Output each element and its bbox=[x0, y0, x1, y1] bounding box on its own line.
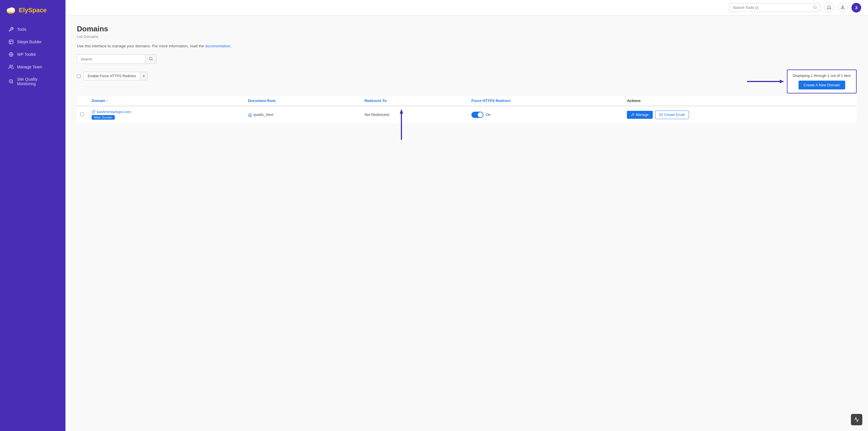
svg-line-13 bbox=[93, 111, 95, 112]
domain-search-icon bbox=[149, 57, 153, 61]
sidebar-logo[interactable]: ElySpace bbox=[0, 0, 65, 21]
svg-rect-4 bbox=[9, 40, 13, 44]
row-checkbox[interactable] bbox=[80, 113, 84, 116]
toggle-label: On bbox=[486, 113, 491, 117]
th-redirects: Redirects To bbox=[361, 96, 468, 106]
sidebar-item-sitejet[interactable]: Sitejet Builder bbox=[2, 36, 63, 48]
domain-search-button[interactable] bbox=[145, 55, 156, 63]
select-all-checkbox[interactable] bbox=[77, 74, 81, 78]
svg-point-9 bbox=[842, 6, 843, 7]
header: 3 bbox=[65, 0, 868, 16]
sidebar-item-manage-team-label: Manage Team bbox=[17, 65, 42, 69]
main-wrapper: 3 Domains List Domains Use this interfac… bbox=[65, 0, 868, 431]
page-content: Domains List Domains Use this interface … bbox=[65, 16, 868, 431]
https-redirect-dropdown[interactable]: ▾ bbox=[140, 72, 148, 80]
th-checkbox bbox=[77, 96, 88, 106]
svg-point-6 bbox=[10, 65, 11, 67]
logo-text: ElySpace bbox=[19, 6, 47, 14]
page-title: Domains bbox=[77, 25, 857, 33]
team-icon bbox=[8, 64, 14, 69]
search-bar bbox=[729, 3, 820, 12]
sidebar-item-site-quality-label: Site Quality Monitoring bbox=[17, 77, 57, 86]
manage-label: Manage bbox=[636, 113, 649, 117]
table-row: kashmirstartups.com Main Domain bbox=[77, 106, 857, 123]
sidebar-item-manage-team[interactable]: Manage Team bbox=[2, 61, 63, 73]
sidebar-item-site-quality[interactable]: Site Quality Monitoring bbox=[2, 74, 63, 89]
https-redirect-group: Enable Force HTTPS Redirect ▾ bbox=[84, 72, 148, 80]
svg-point-8 bbox=[814, 6, 816, 8]
create-email-button[interactable]: Create Email bbox=[655, 111, 689, 119]
table-top-bar: Enable Force HTTPS Redirect ▾ Displaying… bbox=[77, 69, 857, 93]
info-box-text: Displaying 1 through 1 out of 1 item bbox=[793, 74, 851, 78]
row-force-https-cell: On bbox=[468, 106, 624, 123]
sidebar-item-wptoolkit-label: WP Toolkit bbox=[17, 52, 36, 57]
create-email-label: Create Email bbox=[664, 113, 685, 117]
home-icon bbox=[248, 113, 252, 117]
th-force-https: Force HTTPS Redirect bbox=[468, 96, 624, 106]
search-icon bbox=[813, 5, 817, 9]
row-redirects-cell: Not Redirected bbox=[361, 106, 468, 123]
redirects-value: Not Redirected bbox=[364, 113, 389, 117]
page-description: Use this interface to manage your domain… bbox=[77, 44, 857, 48]
search-input[interactable] bbox=[730, 3, 810, 12]
user-icon bbox=[840, 5, 845, 10]
info-box: Displaying 1 through 1 out of 1 item Cre… bbox=[787, 69, 857, 93]
svg-point-10 bbox=[150, 57, 152, 60]
row-docroot-cell: /public_html bbox=[245, 106, 361, 123]
create-domain-button[interactable]: Create A New Domain bbox=[799, 81, 845, 89]
external-link-icon bbox=[92, 110, 95, 114]
sidebar-item-tools-label: Tools bbox=[17, 27, 27, 32]
row-domain-cell: kashmirstartups.com Main Domain bbox=[88, 106, 245, 123]
analytics-icon bbox=[854, 417, 860, 423]
main-domain-badge: Main Domain bbox=[92, 115, 115, 120]
svg-marker-12 bbox=[780, 80, 784, 83]
bulk-controls: Enable Force HTTPS Redirect ▾ bbox=[77, 69, 148, 80]
bell-icon bbox=[827, 5, 831, 10]
sidebar: ElySpace Tools Sitejet Builder WP Toolki… bbox=[0, 0, 65, 431]
search-submit-button[interactable] bbox=[810, 3, 820, 12]
domain-search-input[interactable] bbox=[77, 55, 145, 63]
th-actions: Actions bbox=[623, 96, 857, 106]
toggle-track[interactable] bbox=[471, 112, 484, 118]
th-domain: Domain ↑ bbox=[88, 96, 245, 106]
toggle-thumb bbox=[478, 112, 483, 117]
doc-root: /public_html bbox=[248, 113, 358, 117]
action-buttons: Manage Create Email bbox=[627, 111, 853, 119]
force-https-toggle: On bbox=[471, 112, 620, 118]
row-checkbox-cell bbox=[77, 106, 88, 123]
controls-row bbox=[77, 54, 857, 64]
th-doc-root: Document Root bbox=[245, 96, 361, 106]
quality-icon bbox=[8, 79, 14, 84]
manage-button[interactable]: Manage bbox=[627, 111, 652, 119]
info-area: Displaying 1 through 1 out of 1 item Cre… bbox=[747, 69, 857, 93]
sidebar-nav: Tools Sitejet Builder WP Toolkit bbox=[0, 21, 65, 92]
documentation-link[interactable]: documentation bbox=[205, 44, 230, 48]
desc-prefix: Use this interface to manage your domain… bbox=[77, 44, 205, 48]
sidebar-item-tools[interactable]: Tools bbox=[2, 23, 63, 35]
logo-icon bbox=[6, 5, 16, 16]
desc-suffix: . bbox=[230, 44, 231, 48]
sitejet-icon bbox=[8, 39, 14, 45]
notifications-button[interactable] bbox=[824, 3, 834, 12]
sidebar-item-wptoolkit[interactable]: WP Toolkit bbox=[2, 49, 63, 60]
profile-button[interactable] bbox=[838, 3, 847, 12]
domains-table: Domain ↑ Document Root Redirects To Forc… bbox=[77, 96, 857, 123]
svg-marker-15 bbox=[400, 109, 403, 114]
sidebar-item-sitejet-label: Sitejet Builder bbox=[17, 39, 41, 44]
vertical-arrow-container bbox=[399, 109, 404, 141]
analytics-fab[interactable] bbox=[851, 414, 862, 425]
vertical-arrow-svg bbox=[399, 109, 404, 140]
user-avatar-badge[interactable]: 3 bbox=[851, 3, 861, 12]
arrow-right-svg bbox=[747, 79, 784, 84]
arrow-right bbox=[747, 79, 784, 84]
wp-icon bbox=[8, 52, 14, 57]
domain-link[interactable]: kashmirstartups.com bbox=[92, 110, 241, 114]
mail-icon bbox=[659, 113, 663, 116]
wrench-icon bbox=[631, 113, 634, 116]
https-redirect-button[interactable]: Enable Force HTTPS Redirect bbox=[84, 72, 140, 80]
tools-icon bbox=[8, 27, 14, 32]
breadcrumb: List Domains bbox=[77, 34, 857, 39]
doc-root-path: /public_html bbox=[253, 113, 273, 117]
domain-search bbox=[77, 54, 157, 64]
row-actions-cell: Manage Create Email bbox=[623, 106, 857, 123]
